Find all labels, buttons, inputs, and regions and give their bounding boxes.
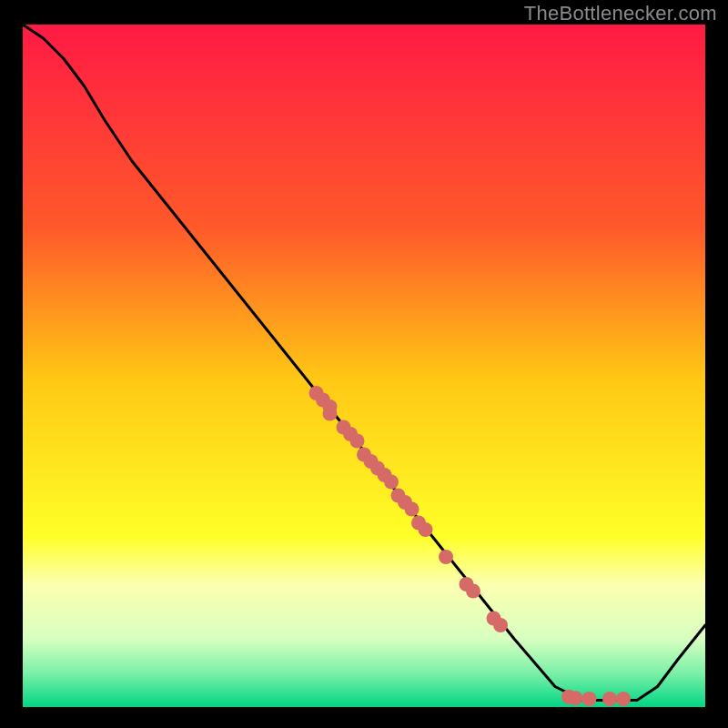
watermark-label: TheBottlenecker.com bbox=[524, 2, 717, 25]
chart-foreground-curve bbox=[0, 0, 728, 728]
chart-container: TheBottlenecker.com bbox=[0, 0, 728, 728]
